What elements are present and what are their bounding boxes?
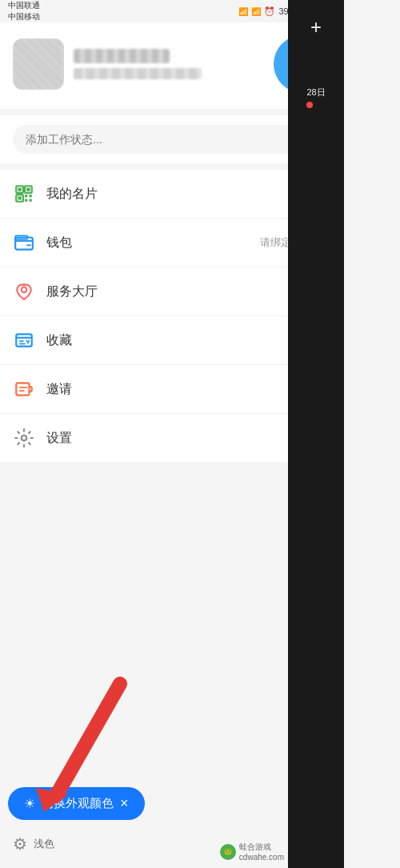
namecard-label: 我的名片 (46, 186, 327, 203)
svg-rect-1 (18, 187, 21, 191)
notification-dot (306, 102, 313, 108)
svg-rect-6 (25, 195, 27, 197)
site-url: cdwahe.com (239, 853, 284, 862)
plus-icon[interactable]: + (310, 16, 322, 38)
svg-rect-3 (26, 187, 30, 191)
watermark-text: 蛙合游戏 cdwahe.com (239, 842, 284, 862)
wifi-icon: 📶 (251, 7, 261, 16)
carrier-info: 中国联通 中国移动 (8, 0, 40, 22)
profile-info (74, 49, 202, 79)
site-name: 蛙合游戏 (239, 842, 271, 851)
profile-left (13, 38, 202, 90)
theme-sun-icon: ☀ (24, 796, 35, 811)
watermark-icon: 🐸 (220, 844, 236, 860)
avatar-image (13, 38, 64, 90)
wallet-label: 钱包 (46, 235, 260, 251)
avatar-container[interactable] (13, 38, 64, 90)
avatar (13, 38, 64, 90)
work-status-input[interactable] (13, 125, 331, 154)
right-panel: + 28日 (288, 0, 344, 868)
service-label: 服务大厅 (46, 283, 327, 300)
signal-icon: 📶 (238, 7, 248, 16)
carrier2-label: 中国移动 (8, 11, 40, 22)
light-mode-label: 浅色 (34, 837, 54, 851)
collect-label: 收藏 (46, 332, 327, 349)
date-badge: 28日 (306, 86, 325, 108)
theme-switch-button[interactable]: ☀ 切换外观颜色 × (8, 787, 145, 820)
light-mode-icon: ⚙ (13, 834, 27, 854)
wallet-icon (13, 231, 35, 254)
date-label: 28日 (306, 86, 325, 98)
qr-icon (13, 183, 35, 205)
svg-point-15 (22, 436, 27, 441)
alarm-icon: ⏰ (264, 6, 275, 17)
theme-close-button[interactable]: × (120, 795, 129, 812)
svg-point-12 (22, 287, 27, 293)
user-id (74, 68, 202, 79)
svg-rect-14 (16, 383, 29, 395)
collect-icon (13, 329, 35, 352)
settings-icon (13, 427, 35, 449)
settings-label: 设置 (46, 430, 327, 447)
svg-rect-9 (30, 199, 32, 202)
carrier1-label: 中国联通 (8, 0, 40, 11)
svg-rect-7 (30, 195, 32, 197)
service-icon (13, 280, 35, 303)
watermark: 🐸 蛙合游戏 cdwahe.com (220, 842, 284, 862)
theme-button-label: 切换外观颜色 (42, 796, 114, 811)
invite-label: 邀请 (46, 381, 327, 398)
svg-rect-5 (18, 196, 21, 199)
user-name (74, 49, 170, 63)
arrow-overlay (32, 676, 128, 804)
svg-rect-8 (25, 199, 27, 202)
theme-bar: ☀ 切换外观颜色 × (0, 787, 288, 820)
main-content: 中国联通 中国移动 📶 📶 ⏰ 39% 🔋 10:19 (0, 0, 344, 868)
invite-icon (13, 378, 35, 400)
